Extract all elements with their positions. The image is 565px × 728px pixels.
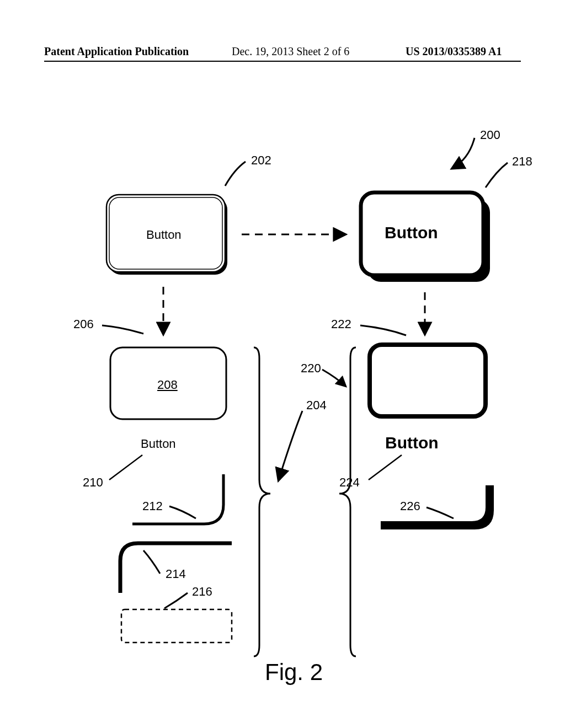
ref-218: 218 [512,154,532,169]
ref-226: 226 [400,499,420,513]
figure-svg [0,0,565,728]
ref-214: 214 [166,567,186,581]
leader-226 [427,507,454,518]
ref-206: 206 [73,317,94,331]
button-218-label: Button [385,223,438,242]
layer-216 [121,609,232,643]
label-208-text: 208 [157,378,178,392]
label-210-text: Button [141,437,176,451]
ref-200: 200 [480,128,500,142]
ref-224: 224 [339,475,360,490]
bracket-220 [339,347,356,656]
ref-212: 212 [142,499,163,513]
layer-226 [381,485,494,529]
ref-216: 216 [192,585,212,599]
label-224-text: Button [385,433,439,452]
ref-222: 222 [331,317,351,331]
page: Patent Application Publication Dec. 19, … [0,0,565,728]
leader-212 [169,506,196,518]
ref-204: 204 [306,398,327,413]
leader-222 [360,325,406,335]
leader-218 [486,163,508,188]
ref-202: 202 [251,153,271,168]
leader-220 [322,370,345,386]
ref-210: 210 [83,475,103,490]
ref-220: 220 [301,361,321,376]
bracket-204 [254,347,270,656]
leader-204 [279,411,302,480]
leader-200 [452,138,475,168]
figure-caption: Fig. 2 [265,659,323,686]
leader-206 [102,325,143,334]
leader-202 [225,162,246,186]
button-202-label: Button [146,228,182,242]
leader-224 [369,455,402,480]
leader-214 [143,550,160,574]
leader-210 [109,455,142,480]
leader-216 [164,593,188,608]
layer-222-rect [370,345,486,416]
